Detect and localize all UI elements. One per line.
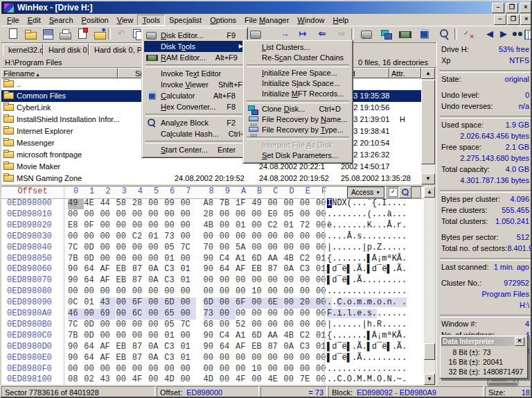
back-button[interactable] — [314, 27, 330, 41]
hex-row[interactable]: 0ED8980709064AFEB870AC301000000000000000… — [1, 275, 424, 286]
hex-byte[interactable]: 0F — [84, 220, 100, 232]
ascii-text[interactable]: è.......K...Â.r. — [327, 220, 407, 232]
hex-byte[interactable]: 20 — [300, 297, 316, 309]
scroll-thumb[interactable] — [424, 343, 435, 360]
hex-byte[interactable]: 00 — [84, 309, 100, 320]
hex-byte[interactable]: 0D — [84, 320, 100, 331]
hex-byte[interactable]: 00 — [220, 232, 236, 243]
hex-byte[interactable]: 0A — [148, 342, 164, 353]
menu-item-disk-editor[interactable]: Disk Editor...F9 — [144, 30, 245, 41]
hex-byte[interactable]: 4B — [204, 220, 220, 232]
menubar-item-specialist[interactable]: Specialist — [165, 15, 206, 25]
hex-row[interactable]: 0ED8980B07C0D00000000057C680052000000000… — [1, 320, 424, 331]
hex-byte[interactable]: A1 — [236, 331, 251, 342]
data-interpreter-window[interactable]: Data Interpreter ✕ 8 Bit (±):7316 Bit (±… — [439, 335, 528, 379]
hex-byte[interactable]: E0 — [267, 209, 283, 220]
next-button[interactable] — [496, 27, 511, 41]
hex-byte[interactable]: 00 — [132, 243, 148, 254]
hex-byte[interactable]: 00 — [300, 353, 316, 364]
menubar-item-options[interactable]: Options — [206, 15, 240, 25]
hex-byte[interactable]: 6F — [236, 297, 251, 309]
hex-byte[interactable]: 6D — [251, 331, 267, 342]
hex-byte[interactable]: 00 — [148, 309, 164, 320]
hex-byte[interactable]: 49 — [251, 198, 267, 209]
clone-disk-button[interactable] — [378, 27, 393, 41]
hex-byte[interactable]: C2 — [267, 220, 283, 232]
hex-byte[interactable]: 00 — [164, 209, 180, 220]
hex-byte[interactable]: 01 — [164, 331, 180, 342]
hex-byte[interactable]: 00 — [251, 209, 267, 220]
hex-byte[interactable]: 00 — [116, 297, 132, 309]
hex-byte[interactable]: 4D — [204, 374, 220, 386]
menu-item-re-scan-cluster-chains[interactable]: Re-Scan Cluster Chains — [245, 53, 351, 63]
hex-byte[interactable]: 0A — [148, 264, 164, 275]
hex-byte[interactable]: 00 — [236, 309, 251, 320]
file-list-scrollbar[interactable]: ▲▼ — [421, 68, 435, 184]
file-row-movie-maker[interactable]: Movie Maker24.08.2002 20:22:12002 14:50:… — [1, 161, 421, 173]
hex-byte[interactable]: 00 — [100, 232, 116, 243]
hex-byte[interactable]: 90 — [68, 264, 84, 275]
hex-byte[interactable]: 00 — [220, 309, 236, 320]
ascii-text[interactable]: ....Â.s......... — [327, 232, 407, 243]
close-button[interactable]: × — [520, 3, 532, 13]
hex-byte[interactable]: EB — [116, 353, 132, 364]
hex-byte[interactable]: 00 — [251, 220, 267, 232]
ascii-text[interactable]: ................ — [327, 286, 407, 297]
hex-byte[interactable]: 28 — [204, 209, 220, 220]
hex-byte[interactable]: C2 — [132, 232, 148, 243]
ascii-text[interactable]: |......|p.Z..... — [327, 243, 407, 254]
ascii-text[interactable]: ..C.O.M.M.O.N.~. — [327, 374, 407, 386]
hex-byte[interactable]: AF — [236, 264, 251, 275]
hex-byte[interactable]: 00 — [180, 232, 196, 243]
hex-byte[interactable]: 6F — [132, 297, 148, 309]
ascii-text[interactable]: ..C.o.m.m.o.n. . — [327, 297, 407, 309]
hex-byte[interactable]: 00 — [251, 353, 267, 364]
hex-byte[interactable]: C3 — [164, 264, 180, 275]
hex-byte[interactable]: 00 — [204, 286, 220, 297]
sync-checkbox[interactable]: ✓ — [389, 188, 398, 197]
hex-byte[interactable]: 6E — [267, 297, 283, 309]
calculator-button[interactable] — [417, 27, 432, 41]
menubar-item-file-manager[interactable]: File Manager — [240, 15, 293, 25]
hex-byte[interactable]: 87 — [132, 342, 148, 353]
hex-row[interactable]: 0ED898010000000000000000028000000E005000… — [1, 209, 424, 220]
hex-byte[interactable]: 0A — [148, 353, 164, 364]
hex-byte[interactable]: 70 — [204, 243, 220, 254]
hex-byte[interactable]: 00 — [267, 309, 283, 320]
ascii-text[interactable]: INDX(...¨{.I.... — [327, 198, 407, 209]
hex-byte[interactable]: 00 — [267, 243, 283, 254]
hex-byte[interactable]: C3 — [164, 275, 180, 286]
hex-byte[interactable]: 00 — [116, 220, 132, 232]
hex-byte[interactable]: 7E — [300, 374, 316, 386]
hex-byte[interactable]: 00 — [84, 209, 100, 220]
hex-byte[interactable]: 46 — [68, 309, 84, 320]
hex-byte[interactable]: 87 — [132, 353, 148, 364]
hex-byte[interactable]: 90 — [68, 342, 84, 353]
hex-byte[interactable]: 4D — [164, 374, 180, 386]
hex-byte[interactable]: 00 — [251, 320, 267, 331]
hex-byte[interactable]: 00 — [132, 209, 148, 220]
hex-byte[interactable]: 7B — [68, 331, 84, 342]
hex-byte[interactable]: 90 — [68, 353, 84, 364]
hex-byte[interactable]: 00 — [180, 309, 196, 320]
hex-byte[interactable]: 00 — [148, 254, 164, 265]
hex-byte[interactable]: 00 — [100, 220, 116, 232]
hex-byte[interactable]: C4 — [220, 254, 236, 265]
hex-byte[interactable]: 7C — [180, 320, 196, 331]
hex-byte[interactable]: 00 — [132, 320, 148, 331]
menu-item-start-center[interactable]: Start Center...Enter — [144, 144, 245, 155]
hex-byte[interactable]: 0D — [84, 243, 100, 254]
scroll-up-icon[interactable]: ▲ — [421, 68, 435, 79]
hex-byte[interactable]: 00 — [220, 220, 236, 232]
hex-byte[interactable]: 00 — [267, 286, 283, 297]
hex-byte[interactable]: AF — [100, 353, 116, 364]
hex-byte[interactable]: 00 — [300, 286, 316, 297]
hex-row[interactable]: 0ED8980407C0D00000000057C70005A000000000… — [1, 243, 424, 254]
ascii-text[interactable]: ▌d¯ë▌.Ã.▌d¯ë▌.Ã. — [327, 264, 407, 275]
previous-button[interactable] — [482, 27, 497, 41]
hex-byte[interactable]: 68 — [204, 320, 220, 331]
magnifier-icon-button[interactable] — [399, 187, 411, 198]
ascii-text[interactable]: ................ — [327, 364, 407, 375]
hex-byte[interactable]: EB — [116, 264, 132, 275]
menu-item-analyze-block[interactable]: Analyze BlockF2 — [144, 117, 245, 128]
